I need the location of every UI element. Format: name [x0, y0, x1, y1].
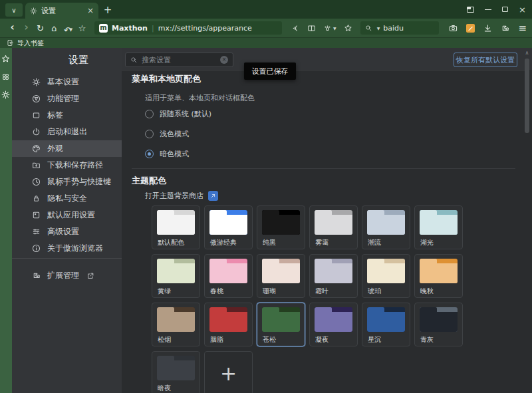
- home-button[interactable]: ⌂: [47, 21, 61, 35]
- theme-card[interactable]: 纯黑: [257, 205, 305, 249]
- split-view-icon[interactable]: [307, 24, 316, 33]
- sidebar-item-downloads[interactable]: 下载和保存路径: [12, 157, 122, 174]
- undo-close-button[interactable]: ↶▼: [61, 21, 75, 35]
- theme-thumbnail: [315, 259, 352, 283]
- address-bar-tools: ▼: [291, 24, 352, 33]
- theme-thumbnail: [420, 307, 458, 332]
- theme-card[interactable]: 苍松: [257, 303, 305, 346]
- forward-button[interactable]: ›: [19, 20, 33, 35]
- tab-close-icon[interactable]: ×: [87, 7, 94, 15]
- radio-unselected-icon[interactable]: [145, 130, 154, 138]
- scrollbar-thumb[interactable]: [525, 59, 529, 133]
- sidebar-item-label: 基本设置: [47, 76, 79, 88]
- boss-key-icon[interactable]: [466, 5, 475, 14]
- theme-card[interactable]: 黄绿: [152, 254, 200, 298]
- sidebar-item-advanced[interactable]: 高级设置: [12, 223, 122, 240]
- open-store-icon[interactable]: [208, 191, 218, 201]
- sidebar-item-extensions[interactable]: 扩展管理: [12, 267, 122, 284]
- theme-card[interactable]: 凝夜: [309, 303, 358, 346]
- theme-grid: 默认配色傲游经典纯黑雾霭潮流湖光黄绿春桃珊瑚霜叶琥珀晚秋松烟胭脂苍松凝夜星沉青灰…: [152, 205, 463, 393]
- main-menu-icon[interactable]: ≡: [518, 22, 527, 34]
- minimize-icon[interactable]: [483, 5, 492, 14]
- passkeeper-clover-icon[interactable]: [1, 72, 11, 82]
- settings-gear-icon[interactable]: [1, 90, 11, 100]
- theme-card[interactable]: 春桃: [204, 254, 253, 298]
- sidebar-item-label: 关于傲游浏览器: [47, 243, 103, 254]
- sliders-icon: [32, 227, 41, 237]
- sidebar-item-label: 高级设置: [47, 226, 79, 237]
- sidebar-item-gestures[interactable]: 鼠标手势与快捷键: [12, 174, 122, 190]
- read-aloud-icon[interactable]: [291, 24, 300, 33]
- sidebar-item-privacy[interactable]: 隐私与安全: [12, 190, 122, 207]
- download-icon[interactable]: [483, 24, 492, 33]
- sidebar-item-default-apps[interactable]: 默认应用设置: [12, 207, 122, 223]
- tab-title: 设置: [41, 6, 83, 16]
- sidebar-item-startup[interactable]: 启动和退出: [12, 124, 122, 140]
- theme-card[interactable]: 琥珀: [362, 254, 410, 298]
- reload-button[interactable]: ↻: [33, 21, 47, 35]
- favorite-star-button[interactable]: ☆: [75, 21, 89, 35]
- theme-thumbnail: [209, 210, 247, 235]
- back-button[interactable]: ‹: [5, 20, 19, 35]
- theme-card[interactable]: 胭脂: [204, 303, 253, 346]
- sidebar-item-basic[interactable]: 基本设置: [12, 74, 122, 90]
- external-link-icon: [86, 272, 94, 280]
- theme-card[interactable]: 默认配色: [152, 205, 200, 249]
- adblock-icon[interactable]: ▼: [323, 24, 336, 33]
- scroll-up-icon[interactable]: ∧: [524, 50, 530, 56]
- theme-card[interactable]: 星沉: [362, 303, 410, 346]
- theme-card[interactable]: 湖光: [414, 205, 463, 249]
- theme-card[interactable]: 雾霭: [309, 205, 358, 249]
- theme-name: 星沉: [368, 335, 381, 344]
- theme-card[interactable]: 暗夜: [152, 351, 200, 393]
- radio-selected-icon[interactable]: [145, 150, 154, 158]
- lock-icon: [32, 194, 41, 203]
- import-bookmarks-button[interactable]: 导入书签: [17, 39, 44, 48]
- theme-card[interactable]: 潮流: [362, 205, 410, 249]
- restore-defaults-button[interactable]: 恢复所有默认设置: [454, 53, 517, 67]
- theme-thumbnail: [157, 356, 195, 380]
- theme-thumbnail: [209, 307, 247, 332]
- tab-list-button[interactable]: ∨: [5, 3, 23, 17]
- gear-icon: [30, 7, 37, 15]
- favorites-star-icon[interactable]: [1, 55, 11, 64]
- theme-card[interactable]: 霜叶: [309, 254, 358, 298]
- radio-option[interactable]: 跟随系统 (默认): [145, 104, 211, 124]
- tab-settings[interactable]: 设置 ×: [25, 3, 98, 19]
- settings-search-input[interactable]: [142, 56, 216, 65]
- theme-store-link[interactable]: 打开主题背景商店: [145, 191, 203, 201]
- color-scheme-options: 跟随系统 (默认)浅色模式暗色模式: [145, 104, 211, 164]
- theme-name: 凝夜: [315, 335, 329, 344]
- sidebar-item-appearance[interactable]: 外观: [12, 140, 122, 157]
- sidebar-item-features[interactable]: 功能管理: [12, 90, 122, 107]
- theme-card[interactable]: 傲游经典: [204, 205, 253, 249]
- sidebar-item-label: 鼠标手势与快捷键: [47, 176, 111, 188]
- extensions-puzzle-icon[interactable]: [501, 24, 509, 33]
- scrollbar[interactable]: ∧: [523, 48, 531, 393]
- sidebar-item-label: 默认应用设置: [47, 209, 95, 221]
- note-icon[interactable]: [466, 24, 475, 33]
- radio-unselected-icon[interactable]: [145, 110, 154, 118]
- radio-option[interactable]: 暗色模式: [145, 144, 211, 164]
- sidebar-item-tabs[interactable]: 标签: [12, 107, 122, 124]
- import-bookmarks-icon: [7, 39, 14, 47]
- maximize-icon[interactable]: [501, 5, 509, 14]
- clear-search-icon[interactable]: ×: [220, 56, 228, 64]
- quick-search-box[interactable]: ▼ baidu: [360, 21, 439, 35]
- close-icon[interactable]: ×: [518, 5, 527, 14]
- address-bar[interactable]: m Maxthon | mx://settings/appearance: [94, 21, 282, 35]
- theme-card[interactable]: 松烟: [152, 303, 200, 346]
- theme-card[interactable]: 青灰: [414, 303, 463, 346]
- add-theme-button[interactable]: +: [204, 351, 253, 393]
- theme-card[interactable]: 珊瑚: [257, 254, 305, 298]
- new-tab-button[interactable]: +: [101, 3, 114, 17]
- theme-thumbnail: [157, 210, 195, 235]
- screenshot-camera-icon[interactable]: [449, 24, 458, 33]
- sidebar-item-about[interactable]: 关于傲游浏览器: [12, 240, 122, 257]
- settings-search-box[interactable]: ×: [125, 53, 233, 67]
- radio-option[interactable]: 浅色模式: [145, 124, 211, 144]
- theme-skin-icon[interactable]: [344, 24, 352, 33]
- theme-name: 默认配色: [158, 238, 184, 247]
- theme-card[interactable]: 晚秋: [414, 254, 463, 298]
- palette-icon: [32, 144, 41, 154]
